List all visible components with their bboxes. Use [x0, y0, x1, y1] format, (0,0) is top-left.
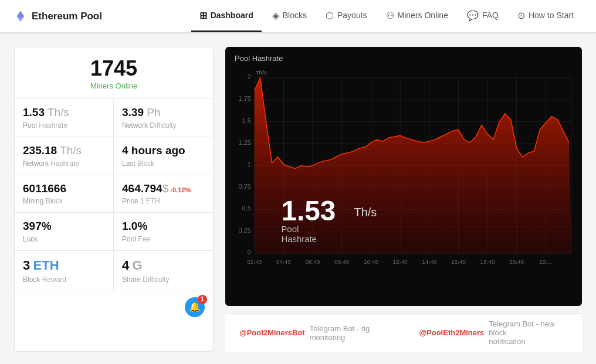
- nav-payouts-label: Payouts: [337, 11, 367, 20]
- nav-miners-label: Miners Online: [398, 11, 448, 20]
- svg-text:06:40: 06:40: [306, 258, 320, 265]
- svg-text:14:40: 14:40: [422, 258, 436, 265]
- stat-pool-fee: 1.0% Pool Fee: [114, 213, 213, 251]
- telegram-item-2: @PoolEth2Miners Telegram Bot - new block…: [419, 319, 568, 346]
- svg-text:22:...: 22:...: [539, 258, 552, 265]
- svg-text:1.5: 1.5: [242, 117, 251, 124]
- svg-text:Th/s: Th/s: [354, 206, 377, 219]
- main-nav: ⊞ Dashboard ◈ Blocks ⬡ Payouts ⚇ Miners …: [191, 0, 582, 32]
- block-reward-unit: ETH: [33, 258, 59, 273]
- share-diff-value: 4: [122, 258, 129, 273]
- nav-blocks[interactable]: ◈ Blocks: [264, 0, 315, 32]
- stat-mining-block: 6011666 Mining Block: [15, 175, 114, 213]
- miners-card: 1745 Miners Online: [15, 47, 213, 99]
- telegram-item-1: @Pool2MinersBot Telegram Bot - rig monit…: [239, 324, 400, 342]
- svg-text:Th/s: Th/s: [256, 69, 267, 76]
- svg-text:10:40: 10:40: [364, 258, 378, 265]
- svg-text:1.25: 1.25: [239, 139, 251, 146]
- svg-text:1: 1: [248, 161, 251, 168]
- dashboard-icon: ⊞: [199, 10, 207, 21]
- svg-text:02:40: 02:40: [247, 258, 262, 265]
- stat-block-reward: 3 ETH Block Reward: [15, 251, 114, 291]
- svg-text:1.53: 1.53: [281, 195, 336, 226]
- svg-text:Hashrate: Hashrate: [281, 234, 316, 244]
- main-content: 1745 Miners Online 1.53 Th/s Pool Hashra…: [0, 33, 596, 364]
- logo-text: Ethereum Pool: [32, 11, 102, 22]
- miners-count: 1745: [22, 58, 206, 79]
- nav-how-to-start[interactable]: ⊙ How to Start: [509, 0, 582, 32]
- last-block-value: 4 hours ago: [122, 144, 185, 157]
- chart-title: Pool Hashrate: [235, 54, 573, 63]
- svg-text:08:40: 08:40: [334, 258, 349, 265]
- price-value: 464.794: [122, 182, 162, 195]
- svg-text:12:40: 12:40: [393, 258, 408, 265]
- nav-blocks-label: Blocks: [283, 11, 307, 20]
- header: Ethereum Pool ⊞ Dashboard ◈ Blocks ⬡ Pay…: [0, 0, 596, 33]
- miners-label: Miners Online: [22, 81, 206, 90]
- nav-dashboard-label: Dashboard: [211, 11, 253, 20]
- svg-text:Pool: Pool: [281, 224, 299, 234]
- faq-icon: 💬: [467, 10, 479, 21]
- howto-icon: ⊙: [517, 10, 525, 21]
- chart-container: Pool Hashrate 2: [225, 47, 582, 306]
- svg-text:0: 0: [248, 249, 251, 256]
- stat-share-difficulty: 4 G Share Difficulty: [114, 251, 213, 291]
- svg-text:04:40: 04:40: [276, 258, 291, 265]
- svg-text:1.75: 1.75: [239, 95, 251, 102]
- blocks-icon: ◈: [272, 10, 279, 21]
- svg-text:20:40: 20:40: [509, 258, 524, 265]
- pool-hashrate-value: 1.53: [23, 106, 45, 118]
- content-area: 1745 Miners Online 1.53 Th/s Pool Hashra…: [0, 33, 596, 364]
- stat-pool-hashrate: 1.53 Th/s Pool Hashrate: [15, 99, 114, 137]
- right-panel: Pool Hashrate 2: [225, 47, 582, 352]
- block-reward-value: 3: [23, 258, 30, 273]
- telegram-bar: @Pool2MinersBot Telegram Bot - rig monit…: [225, 313, 582, 352]
- telegram-handle-1[interactable]: @Pool2MinersBot: [239, 328, 305, 337]
- chart-svg: 2 1.75 1.5 1.25 1 0.75 0.5 0.25 0 Th/s: [235, 67, 573, 292]
- mining-block-value: 6011666: [23, 182, 66, 195]
- ethereum-icon: [14, 10, 27, 23]
- telegram-desc-1: Telegram Bot - rig monitoring: [310, 324, 401, 342]
- logo: Ethereum Pool: [14, 10, 102, 23]
- pool-fee-value: 1.0%: [122, 220, 147, 232]
- stats-panel: 1745 Miners Online 1.53 Th/s Pool Hashra…: [14, 47, 214, 352]
- svg-text:0.5: 0.5: [242, 205, 251, 212]
- payouts-icon: ⬡: [326, 10, 334, 21]
- stat-price: 464.794$ -0.12% Price 1 ETH: [114, 175, 213, 213]
- nav-howto-label: How to Start: [529, 11, 574, 20]
- svg-text:2: 2: [248, 73, 251, 80]
- stat-last-block: 4 hours ago Last Block: [114, 137, 213, 175]
- nav-miners-online[interactable]: ⚇ Miners Online: [378, 0, 456, 32]
- stat-luck: 397% Luck: [15, 213, 114, 251]
- svg-text:16:40: 16:40: [451, 258, 466, 265]
- nav-payouts[interactable]: ⬡ Payouts: [317, 0, 375, 32]
- network-diff-value: 3.39: [122, 106, 144, 118]
- luck-value: 397%: [23, 220, 52, 232]
- notification-button[interactable]: 🔔 1: [185, 297, 205, 317]
- svg-text:18:40: 18:40: [480, 258, 495, 265]
- nav-dashboard[interactable]: ⊞ Dashboard: [191, 0, 262, 32]
- nav-faq[interactable]: 💬 FAQ: [459, 0, 507, 32]
- chart-area: 2 1.75 1.5 1.25 1 0.75 0.5 0.25 0 Th/s: [235, 67, 573, 292]
- svg-text:0.75: 0.75: [239, 183, 251, 190]
- telegram-handle-2[interactable]: @PoolEth2Miners: [419, 328, 484, 337]
- share-diff-unit: G: [133, 258, 143, 273]
- notification-area: 🔔 1: [15, 291, 213, 323]
- network-hashrate-value: 235.18: [23, 144, 57, 157]
- nav-faq-label: FAQ: [482, 11, 499, 20]
- block-reward-row: 3 ETH Block Reward 4 G Share Difficulty: [15, 251, 213, 291]
- stats-grid: 1.53 Th/s Pool Hashrate 3.39 Ph Network …: [15, 99, 213, 251]
- telegram-desc-2: Telegram Bot - new blocknotification: [489, 319, 568, 346]
- stat-network-difficulty: 3.39 Ph Network Difficulty: [114, 99, 213, 137]
- notification-badge: 1: [198, 295, 207, 304]
- stat-network-hashrate: 235.18 Th/s Network Hashrate: [15, 137, 114, 175]
- miners-icon: ⚇: [386, 10, 394, 21]
- svg-text:0.25: 0.25: [239, 227, 251, 234]
